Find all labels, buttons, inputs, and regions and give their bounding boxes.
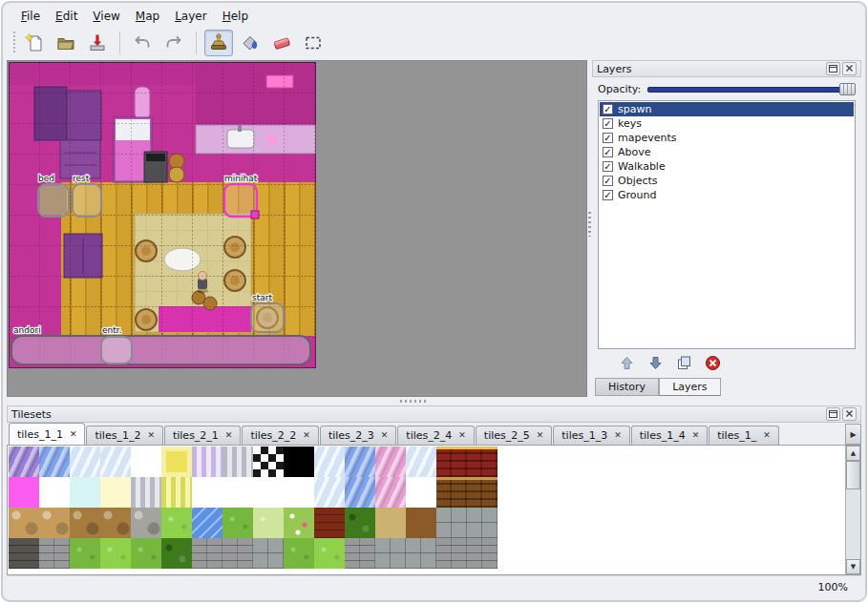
tab-close-icon[interactable]: ✕ (225, 431, 233, 440)
tile[interactable] (436, 477, 467, 508)
redo-button[interactable] (159, 30, 188, 56)
map-viewport[interactable]: andori bed rest minihat (7, 60, 587, 397)
tileset-tab-tiles_1_1[interactable]: tiles_1_1✕ (9, 423, 85, 445)
tile[interactable] (222, 477, 253, 508)
tile[interactable] (39, 508, 70, 538)
map-canvas[interactable]: andori bed rest minihat (9, 62, 316, 368)
tile[interactable] (253, 538, 284, 569)
tile[interactable] (39, 477, 70, 508)
tab-close-icon[interactable]: ✕ (692, 431, 700, 440)
layer-visibility-checkbox[interactable]: ✓ (603, 190, 613, 200)
layer-row-Objects[interactable]: ✓Objects (600, 174, 854, 188)
layer-visibility-checkbox[interactable]: ✓ (603, 133, 613, 143)
tile[interactable] (9, 508, 39, 538)
tab-close-icon[interactable]: ✕ (147, 431, 155, 440)
float-button[interactable] (826, 62, 840, 75)
tile[interactable] (314, 477, 345, 508)
tile[interactable] (253, 477, 284, 508)
dock-tab-history[interactable]: History (595, 378, 659, 396)
tile[interactable] (436, 508, 467, 538)
layer-visibility-checkbox[interactable]: ✓ (603, 161, 613, 172)
tile[interactable] (345, 508, 375, 538)
bucket-fill-button[interactable] (236, 30, 265, 56)
tile[interactable] (131, 508, 161, 538)
new-file-button[interactable] (20, 30, 49, 56)
delete-layer-button[interactable] (705, 355, 721, 375)
tab-close-icon[interactable]: ✕ (458, 431, 466, 440)
duplicate-layer-button[interactable] (676, 355, 692, 375)
tile[interactable] (39, 447, 70, 477)
close-button[interactable] (842, 62, 857, 75)
layer-row-keys[interactable]: ✓keys (600, 116, 854, 131)
tile[interactable] (131, 477, 161, 508)
opacity-slider-handle[interactable] (839, 83, 856, 95)
tileset-tab-tiles_2_1[interactable]: tiles_2_1✕ (164, 426, 241, 445)
tileset-tab-tiles_1_[interactable]: tiles_1_✕ (709, 426, 778, 445)
scroll-tabs-right-button[interactable]: ▶ (845, 424, 861, 445)
menu-help[interactable]: Help (216, 8, 255, 25)
float-button[interactable] (826, 407, 840, 421)
rect-select-button[interactable] (299, 30, 328, 56)
tile[interactable] (314, 447, 345, 477)
tile[interactable] (70, 538, 100, 569)
close-button[interactable] (842, 407, 857, 421)
tileset-tab-tiles_1_4[interactable]: tiles_1_4✕ (631, 426, 708, 445)
tile[interactable] (131, 447, 161, 477)
tab-close-icon[interactable]: ✕ (70, 430, 77, 439)
tile[interactable] (9, 477, 39, 508)
tile[interactable] (161, 508, 192, 538)
tile[interactable] (406, 477, 436, 508)
toolbar-drag-handle[interactable] (11, 31, 17, 54)
tile[interactable] (161, 447, 192, 477)
layer-visibility-checkbox[interactable]: ✓ (603, 176, 613, 186)
menu-layer[interactable]: Layer (168, 8, 213, 25)
tile[interactable] (375, 447, 406, 477)
tile[interactable] (100, 508, 131, 538)
layer-visibility-checkbox[interactable]: ✓ (603, 118, 613, 129)
tab-close-icon[interactable]: ✕ (303, 431, 310, 440)
tile[interactable] (192, 508, 222, 538)
tile[interactable] (161, 477, 192, 508)
tile[interactable] (253, 447, 284, 477)
tile[interactable] (9, 538, 39, 569)
tileset-tab-tiles_1_2[interactable]: tiles_1_2✕ (86, 426, 162, 445)
tile[interactable] (467, 447, 498, 477)
tile[interactable] (375, 508, 406, 538)
tile[interactable] (467, 477, 498, 508)
layer-visibility-checkbox[interactable]: ✓ (603, 104, 613, 114)
tile[interactable] (467, 538, 498, 569)
tile[interactable] (100, 447, 131, 477)
tile[interactable] (192, 477, 222, 508)
menu-file[interactable]: File (14, 8, 47, 25)
tile[interactable] (284, 538, 314, 569)
dock-tab-layers[interactable]: Layers (659, 378, 720, 396)
tileset-scrollbar[interactable]: ▲ ▼ (845, 446, 860, 574)
scroll-down-button[interactable]: ▼ (846, 559, 860, 574)
tab-close-icon[interactable]: ✕ (763, 431, 771, 440)
tile[interactable] (192, 447, 222, 477)
tile[interactable] (314, 508, 345, 538)
horizontal-splitter[interactable] (7, 397, 861, 405)
menu-view[interactable]: View (86, 8, 126, 25)
tile[interactable] (161, 538, 192, 569)
tile[interactable] (345, 477, 375, 508)
tileset-tab-tiles_1_3[interactable]: tiles_1_3✕ (553, 426, 629, 445)
tileset-tab-tiles_2_2[interactable]: tiles_2_2✕ (242, 426, 318, 445)
tileset-tab-tiles_2_3[interactable]: tiles_2_3✕ (320, 426, 396, 445)
map-object-minihat[interactable]: minihat (224, 174, 259, 218)
undo-button[interactable] (128, 30, 157, 56)
tile[interactable] (9, 447, 39, 477)
menu-map[interactable]: Map (129, 8, 166, 25)
tile[interactable] (345, 447, 375, 477)
tile[interactable] (100, 538, 131, 569)
tile[interactable] (192, 538, 222, 569)
tile[interactable] (284, 477, 314, 508)
tile[interactable] (314, 538, 345, 569)
layer-row-mapevents[interactable]: ✓mapevents (600, 131, 854, 145)
tile[interactable] (222, 508, 253, 538)
tile[interactable] (39, 538, 70, 569)
open-file-button[interactable] (52, 30, 80, 56)
tile[interactable] (375, 477, 406, 508)
layer-row-Ground[interactable]: ✓Ground (600, 188, 854, 202)
layer-row-Walkable[interactable]: ✓Walkable (600, 159, 854, 174)
